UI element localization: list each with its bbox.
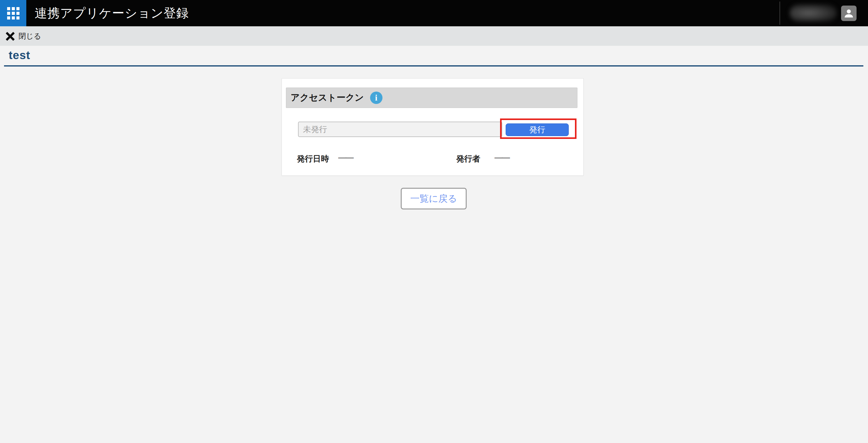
issued-at-label: 発行日時 [297, 153, 329, 164]
token-input[interactable] [298, 122, 502, 137]
access-token-card: アクセストークン i 発行 発行日時 ―― 発行者 ―― [282, 78, 584, 176]
app-grid-icon [7, 7, 20, 20]
close-button[interactable]: 閉じる [6, 31, 41, 41]
info-icon-glyph: i [375, 94, 377, 102]
redacted-username [790, 4, 837, 22]
issue-button[interactable]: 発行 [506, 123, 569, 136]
app-title: 連携アプリケーション登録 [35, 0, 189, 26]
page-title: test [9, 49, 30, 62]
issuer-label: 発行者 [456, 153, 480, 164]
close-toolbar: 閉じる [0, 26, 868, 46]
screen: 連携アプリケーション登録 閉じる test アクセストークン i 発行 [0, 0, 868, 443]
person-icon [843, 7, 855, 19]
close-icon [6, 32, 15, 41]
info-icon[interactable]: i [370, 92, 382, 104]
app-launcher-button[interactable] [0, 0, 26, 26]
back-to-list-button[interactable]: 一覧に戻る [401, 188, 467, 210]
issuer-value: ―― [495, 153, 509, 162]
header-divider [779, 2, 780, 25]
close-label: 閉じる [19, 31, 41, 41]
issued-at-value: ―― [338, 153, 353, 162]
user-avatar-button[interactable] [841, 6, 857, 21]
card-header: アクセストークン i [286, 88, 578, 108]
card-title: アクセストークン [290, 92, 364, 104]
page-title-underline [4, 65, 863, 66]
app-header: 連携アプリケーション登録 [0, 0, 868, 26]
